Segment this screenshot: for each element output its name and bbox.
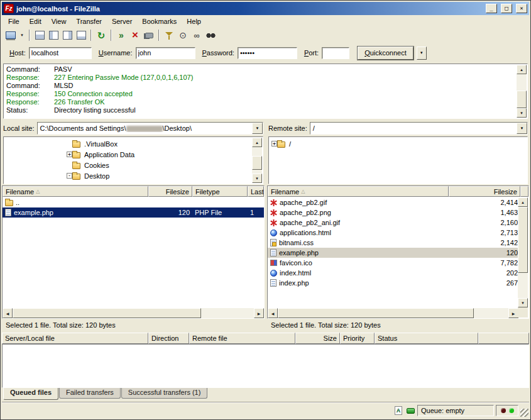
tree-item[interactable]: +Application Data bbox=[4, 149, 263, 160]
local-path-combo[interactable]: C:\Documents and Settings\\Desktop\ ▼ bbox=[37, 122, 263, 135]
maximize-button[interactable]: □ bbox=[501, 4, 512, 13]
process-queue-icon[interactable] bbox=[115, 29, 128, 41]
file-row[interactable]: example.php120 bbox=[268, 248, 518, 258]
sync-browse-icon[interactable] bbox=[190, 29, 203, 41]
toggle-queue-icon[interactable] bbox=[75, 29, 87, 41]
column-header-filename[interactable]: Filename△ bbox=[3, 186, 148, 197]
file-row[interactable]: index.html202 bbox=[268, 268, 518, 278]
local-horizontal-scrollbar[interactable]: ◀ ▶ bbox=[3, 308, 264, 318]
send-led-icon bbox=[509, 408, 514, 413]
file-row[interactable]: index.php267 bbox=[268, 278, 518, 288]
scrollbar-thumb[interactable] bbox=[252, 156, 262, 170]
host-input[interactable] bbox=[29, 47, 92, 59]
column-header-filetype[interactable]: Filetype bbox=[192, 186, 248, 197]
menu-item-file[interactable]: File bbox=[3, 16, 25, 26]
scroll-up-button[interactable]: ▲ bbox=[252, 138, 262, 147]
column-header-remote-file[interactable]: Remote file bbox=[189, 333, 295, 344]
file-row[interactable]: apache_pb2.gif2,414 bbox=[268, 197, 518, 207]
menu-item-transfer[interactable]: Transfer bbox=[71, 16, 107, 26]
toggle-message-log-icon[interactable] bbox=[33, 29, 46, 41]
scroll-left-button[interactable]: ◀ bbox=[268, 308, 278, 318]
toggle-local-tree-icon[interactable] bbox=[47, 29, 60, 41]
file-row[interactable]: favicon.ico7,782 bbox=[268, 258, 518, 268]
scrollbar-thumb[interactable] bbox=[517, 91, 527, 108]
file-row[interactable]: applications.html2,713 bbox=[268, 228, 518, 238]
tab-queued-files[interactable]: Queued files bbox=[3, 388, 58, 400]
scroll-right-button[interactable]: ▶ bbox=[508, 308, 518, 318]
titlebar[interactable]: Fz john@localhost - FileZilla _ □ × bbox=[2, 2, 529, 15]
expand-plus-icon[interactable]: + bbox=[67, 152, 72, 157]
password-input[interactable] bbox=[238, 47, 297, 59]
column-header-size[interactable]: Size bbox=[295, 333, 340, 344]
queue-body[interactable] bbox=[2, 344, 529, 388]
disconnect-icon[interactable] bbox=[143, 29, 155, 41]
scroll-right-button[interactable]: ▶ bbox=[254, 308, 264, 318]
compare-icon[interactable] bbox=[177, 29, 189, 41]
remote-path-dropdown-button[interactable]: ▼ bbox=[517, 123, 527, 134]
column-header-direction[interactable]: Direction bbox=[148, 333, 189, 344]
column-header-last-modified[interactable]: Last modified bbox=[248, 186, 264, 197]
expand-plus-icon[interactable]: + bbox=[271, 141, 277, 146]
scroll-up-button[interactable]: ▲ bbox=[518, 197, 528, 207]
tree-item[interactable]: -Desktop bbox=[4, 170, 263, 181]
scrollbar-track[interactable] bbox=[517, 74, 527, 108]
menu-item-view[interactable]: View bbox=[47, 16, 72, 26]
column-header-filesize[interactable]: Filesize bbox=[148, 186, 192, 197]
file-row[interactable]: apache_pb2.png1,463 bbox=[268, 207, 518, 218]
scrollbar-thumb[interactable] bbox=[518, 207, 528, 273]
column-header-priority[interactable]: Priority bbox=[340, 333, 375, 344]
scrollbar-track[interactable] bbox=[252, 147, 262, 174]
scrollbar-track[interactable] bbox=[13, 308, 254, 318]
file-row[interactable]: .. bbox=[3, 197, 264, 207]
collapse-minus-icon[interactable]: - bbox=[67, 173, 72, 179]
scroll-left-button[interactable]: ◀ bbox=[3, 308, 13, 318]
local-path-dropdown-button[interactable]: ▼ bbox=[252, 123, 263, 134]
column-header-filename[interactable]: Filename△ bbox=[268, 186, 449, 197]
toggle-remote-tree-icon[interactable] bbox=[61, 29, 74, 41]
local-tree-scrollbar[interactable]: ▲ ▼ bbox=[252, 138, 262, 183]
close-button[interactable]: × bbox=[516, 4, 527, 13]
column-header-server-local-file[interactable]: Server/Local file bbox=[2, 333, 148, 344]
filter-icon[interactable] bbox=[163, 29, 175, 41]
site-manager-icon[interactable] bbox=[4, 29, 17, 41]
scrollbar-thumb[interactable] bbox=[278, 308, 474, 318]
column-header-status[interactable]: Status bbox=[375, 333, 478, 344]
tab-successful-transfers-1[interactable]: Successful transfers (1) bbox=[121, 388, 208, 399]
tree-item[interactable]: +/ bbox=[269, 138, 527, 149]
minimize-button[interactable]: _ bbox=[486, 4, 497, 13]
notification-indicator[interactable] bbox=[405, 406, 415, 416]
find-icon[interactable] bbox=[204, 29, 217, 41]
remote-vertical-scrollbar[interactable]: ▲ ▼ bbox=[518, 197, 528, 307]
log-scrollbar[interactable]: ▲ ▼ bbox=[517, 65, 527, 118]
resize-grip[interactable] bbox=[520, 409, 528, 417]
site-manager-dropdown-icon[interactable] bbox=[18, 29, 26, 41]
menu-item-help[interactable]: Help bbox=[182, 16, 206, 26]
menu-item-server[interactable]: Server bbox=[107, 16, 137, 26]
remote-horizontal-scrollbar[interactable]: ◀ ▶ bbox=[268, 308, 518, 318]
scroll-down-button[interactable]: ▼ bbox=[518, 298, 528, 307]
file-row[interactable]: example.php120PHP File1 bbox=[3, 207, 264, 218]
tab-failed-transfers[interactable]: Failed transfers bbox=[59, 388, 121, 399]
column-header-filler bbox=[478, 333, 529, 344]
remote-path-combo[interactable]: / ▼ bbox=[310, 122, 528, 135]
scroll-up-button[interactable]: ▲ bbox=[517, 65, 527, 74]
quickconnect-dropdown-button[interactable]: ▼ bbox=[417, 47, 427, 60]
file-row[interactable]: apache_pb2_ani.gif2,160 bbox=[268, 218, 518, 228]
cancel-icon[interactable] bbox=[129, 29, 141, 41]
column-header-filesize[interactable]: Filesize bbox=[449, 186, 520, 197]
tree-item[interactable]: .VirtualBox bbox=[4, 138, 263, 149]
username-input[interactable] bbox=[136, 47, 195, 59]
port-input[interactable] bbox=[322, 47, 349, 59]
menu-item-bookmarks[interactable]: Bookmarks bbox=[137, 16, 182, 26]
scrollbar-thumb[interactable] bbox=[13, 308, 201, 318]
transfer-type-indicator[interactable]: A bbox=[393, 406, 403, 416]
scroll-down-button[interactable]: ▼ bbox=[517, 108, 527, 118]
refresh-icon[interactable] bbox=[95, 29, 107, 41]
scrollbar-track[interactable] bbox=[278, 308, 508, 318]
menu-item-edit[interactable]: Edit bbox=[25, 16, 47, 26]
tree-item[interactable]: Cookies bbox=[4, 160, 263, 170]
scroll-down-button[interactable]: ▼ bbox=[252, 174, 262, 183]
file-row[interactable]: bitnami.css2,142 bbox=[268, 238, 518, 248]
quickconnect-button[interactable]: Quickconnect bbox=[358, 47, 413, 60]
scrollbar-track[interactable] bbox=[518, 207, 528, 298]
